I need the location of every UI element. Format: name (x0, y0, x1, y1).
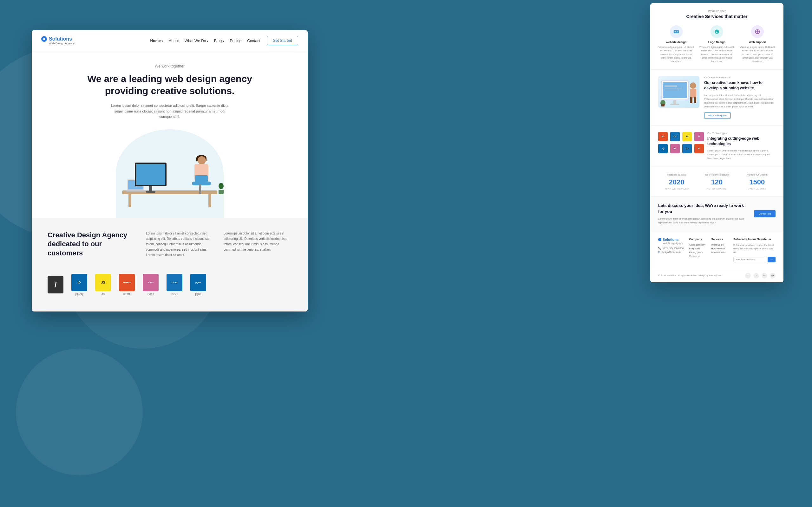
services-grid: Website design Vivamus a ligula quam. Ut… (658, 25, 775, 63)
stat-founded: Founded In 2020 2020 Year we founded (658, 173, 695, 190)
logo-name: Solutions (49, 36, 72, 42)
footer-logo-name: Solutions (663, 238, 678, 241)
footer-section: Solutions Web Design Agency 📞 +271 (55) … (650, 231, 783, 269)
nav-link-whatwedo[interactable]: What We Do (185, 39, 208, 43)
nav-item-blog[interactable]: Blog (214, 38, 224, 43)
svg-rect-16 (664, 86, 677, 87)
footer-company-col: Company About company Blog posts Pricing… (689, 238, 706, 262)
hero-tag: We work together (51, 64, 289, 68)
service-item-logo: L Logo Design Vivamus a ligula quam. Ut … (699, 25, 734, 63)
stat-awards-sub: No. of Awards (699, 187, 735, 190)
tech-label-js: JS (101, 292, 105, 296)
tech-logo-html: HTML5 HTML (119, 274, 135, 296)
nav-links: Home About What We Do Blog Pricing Conta… (150, 38, 260, 43)
hero-title: We are a leading web design agency provi… (74, 73, 265, 97)
monitor-base (146, 191, 155, 193)
cta-text: Lets discuss your Idea, We're ready to w… (658, 203, 749, 224)
tech-icon-css: CSS3 (166, 274, 183, 291)
newsletter-submit-button[interactable]: → (768, 257, 775, 262)
copyright: © 2020 Solutions. All rights reserved. D… (658, 274, 721, 277)
tech-logos-grid: H5 C3 JS Ss jQ Ss C3 H5 (658, 132, 703, 153)
newsletter-email-input[interactable] (733, 257, 766, 262)
svg-text:L: L (716, 31, 717, 33)
chair-seat (192, 181, 211, 185)
tech-logo-sass: Sass Sass (143, 274, 159, 296)
page-wrapper: Solutions Web Design Agency Home About W… (0, 0, 812, 507)
monitor (135, 163, 166, 186)
bottom-grid: Creative Design Agency dedicated to our … (48, 231, 292, 258)
cta-description: Lorem ipsum dolor sit amet consectetur a… (658, 217, 749, 225)
nav-item-pricing[interactable]: Pricing (230, 38, 242, 43)
social-links: f t in g+ (745, 273, 775, 279)
get-quote-button[interactable]: Get a free quote (704, 112, 731, 119)
footer-logo-icon (658, 238, 661, 241)
tech-label-html: HTML (123, 292, 131, 296)
tech-badge-css: C3 (670, 132, 680, 141)
plant (218, 183, 223, 194)
social-twitter[interactable]: t (753, 273, 759, 279)
tech-badge-css2: C3 (682, 144, 692, 153)
chair-leg (199, 184, 201, 194)
tech-label-jquery1: jQuery (75, 292, 84, 296)
tech-logos-row: i jQ jQuery JS JS HTML5 HTML Sass Sass (48, 271, 292, 296)
tech-badge-html: H5 (658, 132, 668, 141)
footer-link-whatweoffer[interactable]: What we offer (711, 251, 728, 254)
tech-badge-sass: Ss (694, 132, 704, 141)
mission-image (658, 76, 699, 108)
footer-logo-sub: Web Design Agency (663, 242, 684, 244)
stat-clients-number: 1500 (739, 178, 775, 186)
service-desc-support: Vivamus a ligula quam. Ut blandit eu leo… (740, 45, 775, 63)
nav-link-blog[interactable]: Blog (214, 39, 224, 43)
footer-company-title: Company (689, 238, 706, 241)
plant-leaves (218, 183, 223, 189)
nav-link-pricing[interactable]: Pricing (230, 39, 242, 43)
get-started-button[interactable]: Get Started (267, 36, 298, 45)
person-head (198, 156, 206, 164)
footer-link-pricing[interactable]: Pricing plans (689, 251, 706, 254)
stat-founded-sub: Year we founded (658, 187, 695, 190)
tech-badge-sass2: Ss (670, 144, 680, 153)
services-tag: What we offer (658, 9, 775, 13)
mission-title: Our creative team knows how to develop a… (704, 80, 775, 91)
social-facebook[interactable]: f (745, 273, 751, 279)
social-linkedin[interactable]: in (762, 273, 767, 279)
tech-label-css: CSS (171, 292, 177, 296)
footer-link-whatwedo[interactable]: What we do (711, 243, 728, 246)
stat-clients-label: Number Of Clients (739, 173, 775, 176)
newsletter-form: → (733, 257, 775, 262)
service-icon-website (670, 25, 682, 38)
tech-icon-i: i (48, 276, 63, 293)
mission-illustration (658, 76, 699, 108)
footer-link-howwework[interactable]: How we work (711, 247, 728, 250)
service-desc-logo: Vivamus a ligula quam. Ut blandit eu leo… (699, 45, 734, 63)
nav-item-contact[interactable]: Contact (247, 38, 260, 43)
tech-icon-js: JS (95, 274, 111, 291)
svg-point-4 (677, 31, 677, 32)
svg-rect-22 (690, 89, 696, 98)
svg-point-21 (690, 82, 696, 89)
tech-title: Integrating cutting-edge web technologie… (707, 136, 775, 147)
footer-link-about[interactable]: About company (689, 243, 706, 246)
services-title: Creative Services that matter (658, 14, 775, 19)
bottom-text-1: Lorem ipsum dolor sit amet consectetur s… (146, 231, 214, 258)
nav-link-contact[interactable]: Contact (247, 39, 260, 43)
email-icon: ✉ (658, 250, 660, 253)
nav-item-home[interactable]: Home (150, 38, 163, 43)
mission-text: Lorem ipsum dolor sit amet consectetur a… (704, 94, 775, 109)
svg-rect-23 (690, 97, 693, 103)
social-googleplus[interactable]: g+ (770, 273, 775, 279)
nav-item-about[interactable]: About (169, 38, 179, 43)
footer-services-title: Services (711, 238, 728, 241)
stat-clients-sub: Daily Clients (739, 187, 775, 190)
footer-link-contact[interactable]: Contact us (689, 255, 706, 258)
footer-link-blog[interactable]: Blog posts (689, 247, 706, 250)
desk-scene (109, 135, 230, 212)
nav-link-about[interactable]: About (169, 39, 179, 43)
nav-link-home[interactable]: Home (150, 39, 163, 43)
contact-us-button[interactable]: Contact Us (754, 210, 775, 217)
stats-section: Founded In 2020 2020 Year we founded We … (650, 167, 783, 196)
web-support-icon (754, 29, 761, 35)
service-icon-support (751, 25, 764, 38)
nav-item-whatwedo[interactable]: What We Do (185, 38, 208, 43)
footer-logo: Solutions (658, 238, 684, 241)
